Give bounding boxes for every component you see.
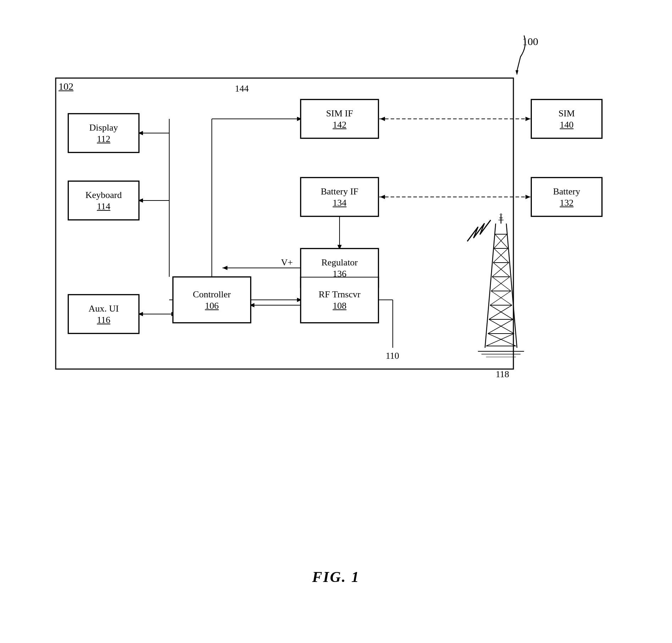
display-ref: 112 <box>97 134 110 144</box>
ref-100: 100 <box>522 35 538 48</box>
aux-ui-box: Aux. UI 116 <box>68 295 139 334</box>
svg-line-66 <box>488 334 516 346</box>
main-box-label: 102 <box>59 81 73 92</box>
sim-ref: 140 <box>560 120 574 130</box>
tower-svg <box>457 213 545 362</box>
svg-line-67 <box>486 334 514 346</box>
regulator-label: Regulator <box>321 257 358 269</box>
svg-marker-30 <box>525 117 530 121</box>
ref-110: 110 <box>386 351 399 361</box>
sim-if-label: SIM IF <box>326 108 353 120</box>
keyboard-box: Keyboard 114 <box>68 181 139 220</box>
rf-trnscvr-ref: 108 <box>333 301 347 311</box>
svg-line-54 <box>494 248 509 263</box>
rf-trnscvr-label: RF Trnscvr <box>319 288 360 301</box>
svg-line-59 <box>491 277 510 291</box>
keyboard-ref: 114 <box>97 201 110 212</box>
svg-line-56 <box>493 263 510 277</box>
rf-trnscvr-box: RF Trnscvr 108 <box>301 277 379 323</box>
sim-label: SIM <box>558 108 575 120</box>
svg-line-60 <box>491 291 512 305</box>
diagram-container: 100 102 Display 112 Keyboard 114 Aux. UI… <box>34 28 638 596</box>
aux-ui-label: Aux. UI <box>88 303 119 315</box>
battery-box: Battery 132 <box>531 177 602 216</box>
svg-marker-33 <box>525 195 530 199</box>
svg-line-57 <box>492 263 509 277</box>
battery-label: Battery <box>553 186 580 198</box>
svg-line-64 <box>489 319 514 334</box>
figure-label: FIG. 1 <box>312 568 360 586</box>
sim-if-ref: 142 <box>333 120 347 130</box>
svg-line-42 <box>506 224 517 348</box>
display-box: Display 112 <box>68 114 139 153</box>
svg-line-52 <box>495 234 508 248</box>
svg-line-41 <box>485 224 496 348</box>
svg-marker-29 <box>380 117 385 121</box>
svg-line-55 <box>493 248 508 263</box>
svg-line-53 <box>494 234 507 248</box>
vplus-label: V+ <box>281 257 293 268</box>
svg-marker-38 <box>222 266 227 270</box>
svg-line-63 <box>489 305 512 319</box>
battery-if-label: Battery IF <box>321 186 358 198</box>
controller-label: Controller <box>193 288 231 301</box>
svg-marker-0 <box>516 70 518 75</box>
svg-line-61 <box>490 291 511 305</box>
keyboard-label: Keyboard <box>86 189 122 201</box>
battery-if-ref: 134 <box>333 198 347 208</box>
sim-box: SIM 140 <box>531 99 602 138</box>
controller-ref: 106 <box>205 301 219 311</box>
ref-144: 144 <box>235 83 249 94</box>
battery-ref: 132 <box>560 198 574 208</box>
battery-if-box: Battery IF 134 <box>301 177 379 216</box>
controller-box: Controller 106 <box>173 277 251 323</box>
tower-ref: 118 <box>496 369 509 380</box>
svg-line-58 <box>492 277 511 291</box>
svg-line-62 <box>490 305 513 319</box>
svg-marker-32 <box>380 195 385 199</box>
aux-ui-ref: 116 <box>97 315 110 325</box>
sim-if-box: SIM IF 142 <box>301 99 379 138</box>
display-label: Display <box>89 122 118 134</box>
svg-line-65 <box>488 319 513 334</box>
